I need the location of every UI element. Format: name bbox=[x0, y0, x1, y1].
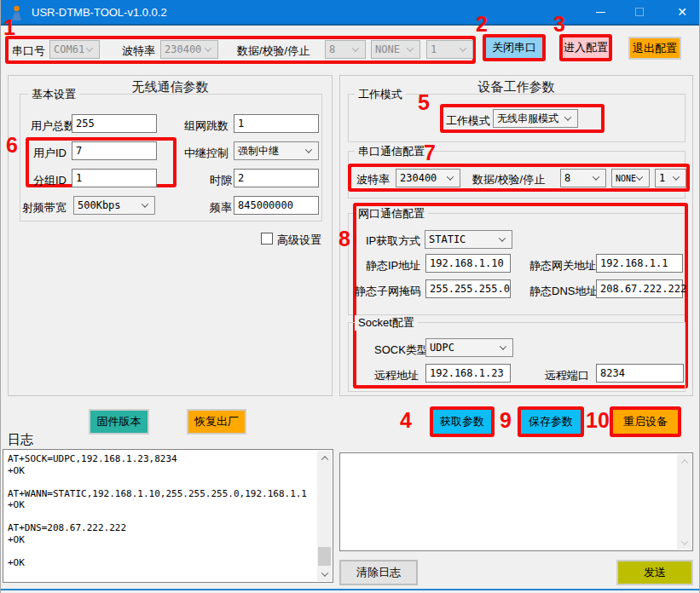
sock-type-select[interactable]: UDPC bbox=[425, 338, 513, 357]
dns-input[interactable]: 208.67.222.222 bbox=[596, 279, 683, 298]
netmask-input[interactable]: 255.255.255.0 bbox=[425, 279, 511, 298]
annotation-6: 6 bbox=[6, 135, 18, 156]
chevron-down-icon bbox=[86, 44, 93, 51]
total-users-label: 用户总数 bbox=[31, 118, 75, 134]
remote-addr-input[interactable]: 192.168.1.23 bbox=[425, 364, 511, 383]
serial-config-label: 串口通信配置 bbox=[355, 144, 428, 159]
advanced-settings-checkbox[interactable] bbox=[261, 233, 273, 245]
hops-input[interactable]: 1 bbox=[234, 114, 319, 133]
stop-bits-select[interactable]: 1 bbox=[426, 40, 473, 59]
rf-bandwidth-select[interactable]: 500Kbps bbox=[73, 196, 155, 215]
relay-control-select[interactable]: 强制中继 bbox=[234, 141, 319, 160]
send-scrollbar[interactable] bbox=[677, 454, 691, 550]
data-parity-stop-label: 数据/校验/停止 bbox=[237, 43, 310, 59]
scrollbar-thumb[interactable] bbox=[318, 547, 331, 566]
scroll-up-icon[interactable] bbox=[317, 451, 332, 465]
maximize-button[interactable] bbox=[625, 0, 654, 24]
device-stop-bits-value: 1 bbox=[659, 172, 665, 184]
log-scrollbar[interactable] bbox=[317, 451, 332, 581]
chevron-down-icon bbox=[447, 173, 454, 180]
close-serial-button[interactable]: 关闭串口 bbox=[483, 34, 546, 61]
close-button[interactable]: ✕ bbox=[664, 0, 700, 24]
rf-bandwidth-value: 500Kbps bbox=[78, 199, 121, 211]
device-data-bits-select[interactable]: 8 bbox=[560, 169, 606, 187]
annotation-9: 9 bbox=[500, 410, 512, 431]
annotation-5: 5 bbox=[418, 92, 430, 113]
serial-port-label: 串口号 bbox=[12, 43, 45, 59]
device-parity-value: NONE bbox=[616, 174, 636, 183]
log-content: AT+SOCK=UDPC,192.168.1.23,8234 +OK AT+WA… bbox=[8, 453, 315, 568]
parity-select[interactable]: NONE bbox=[371, 40, 420, 59]
remote-port-input[interactable]: 8234 bbox=[596, 364, 684, 383]
ip-mode-select[interactable]: STATIC bbox=[425, 230, 512, 249]
enter-config-button[interactable]: 进入配置 bbox=[559, 34, 612, 61]
firmware-version-button[interactable]: 固件版本 bbox=[89, 409, 149, 435]
timeslot-input[interactable]: 2 bbox=[234, 169, 319, 187]
static-ip-input[interactable]: 192.168.1.10 bbox=[425, 254, 511, 273]
app-window: USR-DTMB-TOOL-v1.0.0.2 ✕ 1 串口号 COM61 波特率… bbox=[0, 0, 700, 593]
static-ip-label: 静态IP地址 bbox=[366, 258, 420, 273]
scroll-up-icon[interactable] bbox=[677, 454, 691, 469]
total-users-input[interactable]: 255 bbox=[72, 114, 157, 133]
chevron-down-icon bbox=[142, 200, 148, 207]
minimize-icon bbox=[596, 12, 605, 13]
chevron-down-icon bbox=[500, 343, 506, 349]
user-id-input[interactable]: 7 bbox=[72, 141, 157, 160]
remote-port-label: 远程端口 bbox=[545, 368, 589, 383]
restart-device-button[interactable]: 重启设备 bbox=[610, 406, 681, 437]
group-id-input[interactable]: 1 bbox=[72, 169, 157, 187]
send-button[interactable]: 发送 bbox=[616, 560, 693, 585]
close-icon: ✕ bbox=[677, 6, 687, 18]
chevron-down-icon bbox=[673, 173, 680, 180]
exit-config-button[interactable]: 退出配置 bbox=[628, 37, 681, 60]
baud-label: 波特率 bbox=[122, 43, 155, 59]
netmask-label: 静态子网掩码 bbox=[355, 284, 421, 299]
advanced-settings-label: 高级设置 bbox=[277, 233, 321, 248]
gateway-input[interactable]: 192.168.1.1 bbox=[596, 254, 683, 273]
annotation-3: 3 bbox=[553, 14, 565, 35]
chevron-down-icon bbox=[305, 146, 312, 153]
workmode-select[interactable]: 无线串服模式 bbox=[493, 109, 578, 128]
clear-log-button[interactable]: 清除日志 bbox=[339, 560, 418, 585]
log-textarea[interactable]: AT+SOCK=UDPC,192.168.1.23,8234 +OK AT+WA… bbox=[3, 449, 333, 583]
get-params-button[interactable]: 获取参数 bbox=[430, 406, 495, 437]
factory-reset-button[interactable]: 恢复出厂 bbox=[187, 409, 246, 435]
log-title: 日志 bbox=[8, 432, 33, 448]
window-bottom-border bbox=[1, 589, 700, 590]
serial-port-value: COM61 bbox=[54, 43, 84, 55]
net-config-label: 网口通信配置 bbox=[355, 206, 428, 222]
annotation-1: 1 bbox=[3, 17, 15, 38]
chevron-down-icon bbox=[499, 234, 506, 241]
chevron-down-icon bbox=[407, 44, 414, 51]
save-params-button[interactable]: 保存参数 bbox=[518, 406, 584, 437]
annotation-4: 4 bbox=[400, 410, 412, 431]
annotation-10: 10 bbox=[586, 410, 611, 431]
gateway-label: 静态网关地址 bbox=[529, 258, 596, 273]
ip-mode-label: IP获取方式 bbox=[366, 233, 420, 249]
serial-port-select[interactable]: COM61 bbox=[49, 40, 100, 59]
frequency-label: 频率 bbox=[210, 200, 232, 216]
chevron-down-icon bbox=[636, 173, 643, 180]
chevron-down-icon bbox=[593, 173, 599, 180]
frequency-input[interactable]: 845000000 bbox=[234, 196, 319, 215]
ip-mode-value: STATIC bbox=[429, 233, 466, 245]
send-textarea[interactable] bbox=[339, 452, 693, 551]
device-stop-bits-select[interactable]: 1 bbox=[655, 169, 686, 187]
dns-label: 静态DNS地址 bbox=[529, 284, 597, 299]
remote-addr-label: 远程地址 bbox=[374, 368, 419, 383]
device-baud-select[interactable]: 230400 bbox=[396, 169, 460, 187]
workmode-group-label: 工作模式 bbox=[355, 87, 406, 102]
minimize-button[interactable] bbox=[586, 0, 615, 24]
scroll-down-icon[interactable] bbox=[317, 567, 332, 581]
basic-settings-label: 基本设置 bbox=[28, 87, 79, 102]
relay-control-label: 中继控制 bbox=[184, 146, 229, 161]
scroll-down-icon[interactable] bbox=[677, 535, 691, 550]
rf-bandwidth-label: 射频带宽 bbox=[22, 200, 67, 216]
device-parity-select[interactable]: NONE bbox=[611, 169, 650, 187]
annotation-2: 2 bbox=[476, 14, 488, 35]
chevron-down-icon bbox=[352, 44, 359, 51]
data-bits-select[interactable]: 8 bbox=[325, 40, 366, 59]
annotation-7: 7 bbox=[424, 142, 436, 164]
baud-select[interactable]: 230400 bbox=[160, 40, 218, 59]
sock-type-value: UDPC bbox=[430, 342, 454, 354]
